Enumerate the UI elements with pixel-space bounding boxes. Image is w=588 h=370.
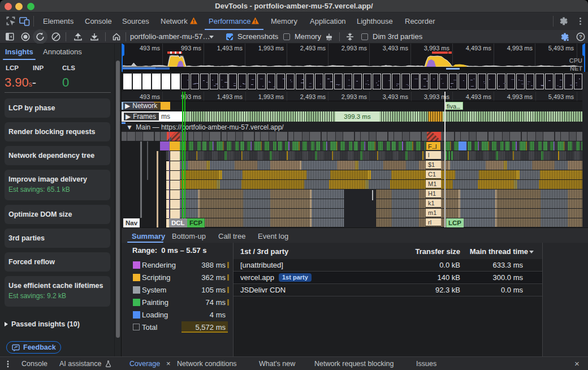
svg-text:?: ? (579, 33, 582, 40)
